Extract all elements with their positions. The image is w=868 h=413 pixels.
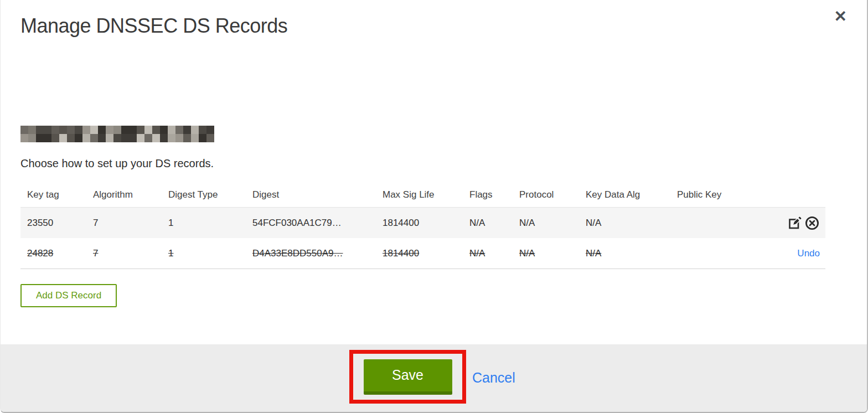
instruction-text: Choose how to set up your DS records. <box>20 157 214 170</box>
cell-protocol: N/A <box>519 248 586 259</box>
col-header-key-data-alg: Key Data Alg <box>586 189 677 200</box>
page-title: Manage DNSSEC DS Records <box>20 14 287 38</box>
col-header-protocol: Protocol <box>519 189 586 200</box>
cell-key-data-alg: N/A <box>586 218 677 229</box>
cell-protocol: N/A <box>519 218 586 229</box>
col-header-digest: Digest <box>252 189 383 200</box>
col-header-flags: Flags <box>469 189 519 200</box>
undo-link[interactable]: Undo <box>797 248 820 259</box>
table-row: 24828 7 1 D4A33E8DD550A9… 1814400 N/A N/… <box>20 238 825 269</box>
cell-digest: D4A33E8DD550A9… <box>252 248 383 259</box>
cell-key-tag: 24828 <box>27 248 93 259</box>
add-ds-record-button[interactable]: Add DS Record <box>20 284 117 307</box>
col-header-max-sig-life: Max Sig Life <box>383 189 469 200</box>
cell-key-data-alg: N/A <box>586 248 677 259</box>
cell-algorithm: 7 <box>93 218 168 229</box>
col-header-public-key: Public Key <box>677 189 760 200</box>
dialog-footer: Save Cancel <box>1 344 867 412</box>
redacted-domain-name <box>20 126 214 142</box>
cell-digest: 54FCF030AA1C79… <box>252 218 383 229</box>
col-header-algorithm: Algorithm <box>93 189 168 200</box>
cell-key-tag: 23550 <box>27 218 93 229</box>
cell-algorithm: 7 <box>93 248 168 259</box>
close-icon[interactable]: ✕ <box>834 9 847 24</box>
col-header-digest-type: Digest Type <box>168 189 252 200</box>
row-actions: Undo <box>797 248 825 259</box>
cell-digest-type: 1 <box>168 218 252 229</box>
col-header-key-tag: Key tag <box>27 189 93 200</box>
edit-icon[interactable] <box>788 215 803 230</box>
cell-max-sig-life: 1814400 <box>383 218 469 229</box>
annotation-highlight-box: Save <box>349 350 466 404</box>
delete-circle-x-icon[interactable] <box>804 215 820 231</box>
manage-dnssec-dialog: Manage DNSSEC DS Records ✕ Choose how to… <box>0 0 868 413</box>
cancel-link[interactable]: Cancel <box>472 370 515 386</box>
ds-records-table: Key tag Algorithm Digest Type Digest Max… <box>20 183 825 269</box>
cell-flags: N/A <box>469 248 519 259</box>
row-actions <box>788 215 825 231</box>
save-button[interactable]: Save <box>364 359 452 395</box>
cell-max-sig-life: 1814400 <box>383 248 469 259</box>
table-header-row: Key tag Algorithm Digest Type Digest Max… <box>20 183 825 207</box>
cell-flags: N/A <box>469 218 519 229</box>
table-row: 23550 7 1 54FCF030AA1C79… 1814400 N/A N/… <box>20 207 825 238</box>
cell-digest-type: 1 <box>168 248 252 259</box>
